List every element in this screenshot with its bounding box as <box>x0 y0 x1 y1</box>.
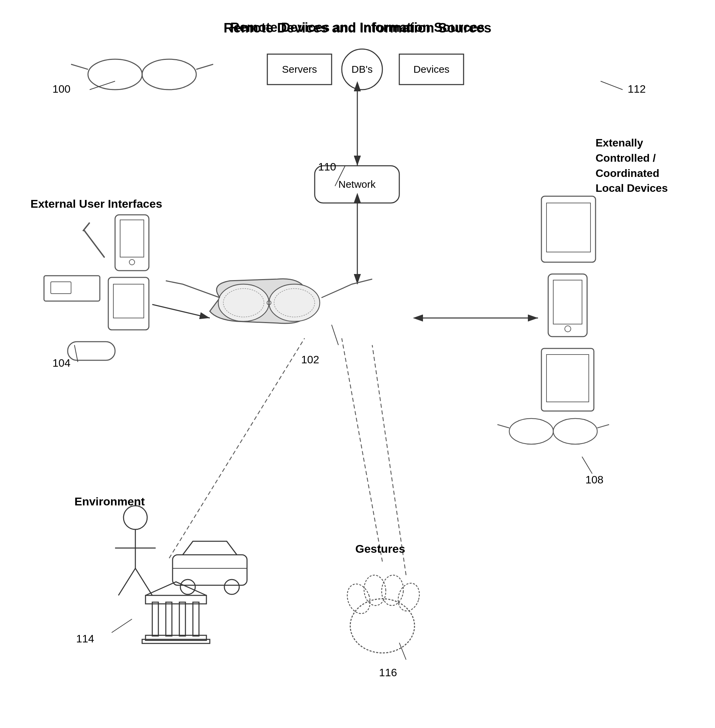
svg-line-74 <box>600 81 623 90</box>
ref-104: 104 <box>53 357 70 369</box>
svg-line-76 <box>332 325 338 345</box>
svg-point-41 <box>565 326 571 332</box>
ref-110: 110 <box>318 161 336 173</box>
svg-point-68 <box>363 574 387 606</box>
svg-point-5 <box>142 59 196 90</box>
svg-line-30 <box>152 304 210 318</box>
svg-line-47 <box>597 425 609 428</box>
svg-rect-27 <box>113 284 144 318</box>
svg-point-55 <box>180 579 195 594</box>
svg-rect-39 <box>548 274 587 337</box>
svg-line-77 <box>74 345 78 362</box>
svg-point-67 <box>344 581 374 617</box>
svg-line-19 <box>84 230 104 257</box>
svg-text:Network: Network <box>338 179 376 190</box>
svg-point-56 <box>224 579 239 594</box>
ref-116: 116 <box>379 666 397 679</box>
svg-rect-62 <box>145 595 207 604</box>
svg-line-79 <box>112 619 132 633</box>
svg-rect-37 <box>542 196 596 262</box>
svg-rect-60 <box>180 602 186 636</box>
svg-line-73 <box>90 81 115 90</box>
svg-line-7 <box>71 64 88 69</box>
svg-rect-43 <box>546 354 589 402</box>
svg-point-45 <box>553 419 597 444</box>
label-gestures: Gestures <box>355 541 405 556</box>
svg-point-49 <box>124 506 147 529</box>
svg-rect-40 <box>553 280 582 324</box>
label-externally-controlled: ExtenallyControlled /CoordinatedLocal De… <box>596 135 668 196</box>
svg-line-80 <box>399 643 406 660</box>
svg-rect-64 <box>142 639 210 644</box>
page-title: Remote Devices and Information Sources <box>224 20 491 36</box>
svg-rect-13 <box>399 54 463 84</box>
svg-rect-59 <box>166 602 172 636</box>
svg-rect-54 <box>173 555 247 585</box>
ref-102: 102 <box>301 354 319 366</box>
svg-rect-28 <box>68 342 115 360</box>
svg-line-52 <box>118 568 135 595</box>
svg-point-36 <box>267 301 271 305</box>
svg-text:Servers: Servers <box>282 63 317 75</box>
svg-line-65 <box>169 338 305 558</box>
svg-point-31 <box>218 284 269 321</box>
label-environment: Environment <box>74 494 145 509</box>
svg-point-69 <box>380 574 405 606</box>
svg-line-20 <box>83 223 90 231</box>
svg-line-72 <box>372 345 406 575</box>
svg-point-44 <box>509 419 553 444</box>
label-external-ui: External User Interfaces <box>30 196 162 211</box>
svg-point-33 <box>269 284 320 321</box>
svg-point-34 <box>274 289 315 317</box>
svg-line-8 <box>196 64 213 69</box>
svg-rect-61 <box>193 602 199 636</box>
svg-rect-24 <box>44 276 100 301</box>
ref-108: 108 <box>585 473 603 486</box>
svg-point-23 <box>129 259 135 265</box>
svg-text:Devices: Devices <box>413 63 450 75</box>
svg-line-78 <box>582 457 592 473</box>
svg-rect-9 <box>267 54 332 84</box>
svg-line-46 <box>498 425 509 428</box>
svg-point-4 <box>88 59 142 90</box>
svg-line-53 <box>135 568 152 595</box>
svg-point-70 <box>395 580 422 613</box>
ref-114: 114 <box>76 633 94 645</box>
svg-rect-58 <box>152 602 158 636</box>
svg-rect-22 <box>120 220 144 257</box>
svg-point-11 <box>342 49 382 90</box>
svg-rect-25 <box>51 282 71 294</box>
ref-100: 100 <box>53 83 70 95</box>
svg-line-29 <box>152 304 210 318</box>
diagram: Remote Devices and Information Sources <box>0 0 715 728</box>
svg-line-71 <box>342 338 382 562</box>
svg-text:DB's: DB's <box>351 63 373 75</box>
svg-point-66 <box>350 599 415 653</box>
svg-rect-63 <box>145 635 207 641</box>
svg-point-32 <box>223 289 264 317</box>
ref-112: 112 <box>628 83 646 95</box>
svg-rect-26 <box>108 277 149 330</box>
svg-rect-42 <box>542 348 594 411</box>
svg-rect-21 <box>115 215 149 271</box>
svg-line-75 <box>335 166 345 186</box>
svg-rect-38 <box>546 203 590 252</box>
